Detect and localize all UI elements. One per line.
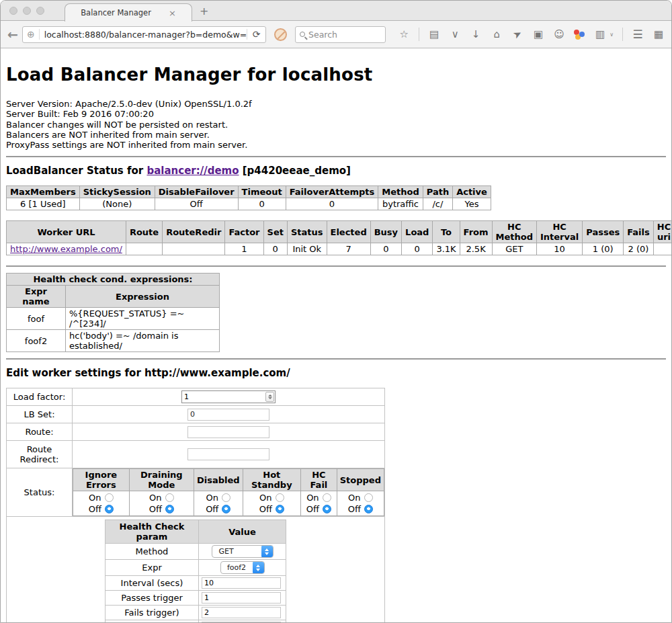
status-hc-fail-off-radio[interactable] <box>323 505 331 513</box>
col-hot-standby: Hot Standby <box>243 469 301 491</box>
status-hc-fail-on-radio[interactable] <box>323 493 331 502</box>
worker-url-link[interactable]: http://www.example.com/ <box>10 244 122 254</box>
close-window-button[interactable] <box>9 7 17 15</box>
home-icon[interactable]: ⌂ <box>491 28 503 40</box>
col-to: To <box>433 221 460 243</box>
cell-route <box>126 243 162 255</box>
cell-expr-name: foof <box>7 308 66 330</box>
method-select[interactable]: GET <box>212 545 274 558</box>
route-input[interactable] <box>187 426 269 438</box>
url-text[interactable]: localhost:8880/balancer-manager?b=demo&w… <box>40 30 247 40</box>
off-label: Off <box>306 503 319 515</box>
url-bar[interactable]: ⊕ localhost:8880/balancer-manager?b=demo… <box>22 26 266 43</box>
bookmark-star-icon[interactable]: ☆ <box>398 28 410 40</box>
cell-timeout: 0 <box>238 198 286 210</box>
tab-balancer-manager[interactable]: Balancer Manager × <box>65 3 192 22</box>
col-disablefailover: DisableFailover <box>155 186 238 198</box>
blue-dot <box>579 32 585 37</box>
chevron-down-icon[interactable]: ∨ <box>610 32 614 38</box>
table-row: 6 [1 Used] (None) Off 0 0 bytraffic /c/ … <box>7 198 491 210</box>
cell-set: 0 <box>263 243 287 255</box>
lb-set-input[interactable] <box>187 409 269 421</box>
clipboard-icon[interactable]: ▤ <box>428 28 440 40</box>
balancer-demo-link[interactable]: balancer://demo <box>146 165 239 177</box>
number-stepper-icon[interactable] <box>265 392 274 402</box>
table-header-row: Worker URL Route RouteRedir Factor Set S… <box>7 221 672 243</box>
notes-icon[interactable]: ▥ <box>594 28 606 40</box>
toolbar-icons: ☆ ▤ ∨ ↓ ⌂ ➤ ▣ ☺ ▥ ∨ ☰ ▦ <box>398 28 665 41</box>
status-ignore-errors-off-radio[interactable] <box>105 505 114 513</box>
status-ignore-errors-on-radio[interactable] <box>105 493 114 502</box>
new-tab-button[interactable]: + <box>200 5 208 17</box>
load-factor-field[interactable] <box>181 390 276 403</box>
col-load: Load <box>402 221 433 243</box>
divider <box>6 358 666 360</box>
on-label: On <box>89 492 101 503</box>
search-bar[interactable] <box>295 26 386 43</box>
pocket-icon[interactable]: ∨ <box>449 28 461 40</box>
menu-icon[interactable]: ☰ <box>632 28 644 41</box>
page-title: Load Balancer Manager for localhost <box>6 48 666 85</box>
back-button[interactable]: ← <box>7 27 18 42</box>
cell-load: 0 <box>402 243 433 255</box>
on-label: On <box>206 492 218 503</box>
reload-icon[interactable]: ⟳ <box>247 29 266 40</box>
cell-hc-uri <box>653 243 671 255</box>
proxypass-notice-line: ProxyPass settings are NOT inherited fro… <box>6 140 666 150</box>
status-hot-standby-on-radio[interactable] <box>276 493 284 502</box>
cell-fails: 2 (0) <box>624 243 654 255</box>
status-stopped-off-radio[interactable] <box>364 505 373 513</box>
interval-label: Interval (secs) <box>106 576 199 591</box>
col-hc-fail: HC Fail <box>301 469 337 491</box>
hc-header-row: Health Check param Value <box>106 520 286 544</box>
extension-dots-icon[interactable] <box>574 29 585 40</box>
col-from: From <box>460 221 492 243</box>
col-failoverattempts: FailoverAttempts <box>286 186 378 198</box>
hc-passes-row: Passes trigger <box>106 591 286 606</box>
cell-passes: 1 (0) <box>583 243 624 255</box>
status-disabled-on-radio[interactable] <box>222 493 230 502</box>
cell-status: Init Ok <box>287 243 327 255</box>
cell-factor: 1 <box>225 243 263 255</box>
search-input[interactable] <box>308 30 381 40</box>
off-label: Off <box>89 503 101 515</box>
cell-routeredir <box>163 243 225 255</box>
tab-close-icon[interactable]: × <box>169 8 176 18</box>
col-route: Route <box>126 221 162 243</box>
passes-input[interactable] <box>202 592 281 604</box>
expr-selected-value: foof2 <box>221 563 253 572</box>
toolbar-separator <box>622 28 623 41</box>
load-factor-input[interactable] <box>182 392 265 401</box>
fails-input[interactable] <box>202 607 281 618</box>
col-hc-method: HC Method <box>492 221 536 243</box>
col-draining-mode: Draining Mode <box>129 469 194 491</box>
window-controls[interactable] <box>9 7 44 15</box>
content-blocked-icon[interactable] <box>274 28 287 41</box>
status-draining-mode-on-radio[interactable] <box>165 493 174 502</box>
cell-busy: 0 <box>370 243 401 255</box>
zoom-window-button[interactable] <box>36 7 44 15</box>
status-disabled-off-radio[interactable] <box>222 505 230 513</box>
col-maxmembers: MaxMembers <box>7 186 80 198</box>
status-stopped-on-radio[interactable] <box>364 493 373 502</box>
grid-panel-icon[interactable]: ▦ <box>653 28 665 40</box>
downloads-icon[interactable]: ↓ <box>470 28 482 40</box>
save-page-icon[interactable]: ▣ <box>532 28 544 40</box>
minimize-window-button[interactable] <box>23 7 31 15</box>
cell-maxmembers: 6 [1 Used] <box>7 198 80 210</box>
route-redirect-input[interactable] <box>187 448 269 460</box>
interval-input[interactable] <box>202 577 281 589</box>
on-label: On <box>348 492 360 503</box>
col-factor: Factor <box>225 221 263 243</box>
expr-select[interactable]: foof2 <box>220 561 265 574</box>
col-path: Path <box>423 186 452 198</box>
col-stopped: Stopped <box>337 469 384 491</box>
hc-uri-label: HC uri <box>106 620 199 623</box>
site-identity-icon[interactable]: ⊕ <box>23 29 39 40</box>
status-draining-mode-off-radio[interactable] <box>165 505 174 513</box>
status-options-table: Ignore Errors Draining Mode Disabled Hot… <box>73 468 384 516</box>
send-tab-icon[interactable]: ➤ <box>509 26 526 42</box>
cell-expr-name: foof2 <box>7 330 66 352</box>
feedback-smiley-icon[interactable]: ☺ <box>553 28 565 40</box>
status-hot-standby-off-radio[interactable] <box>276 505 284 513</box>
